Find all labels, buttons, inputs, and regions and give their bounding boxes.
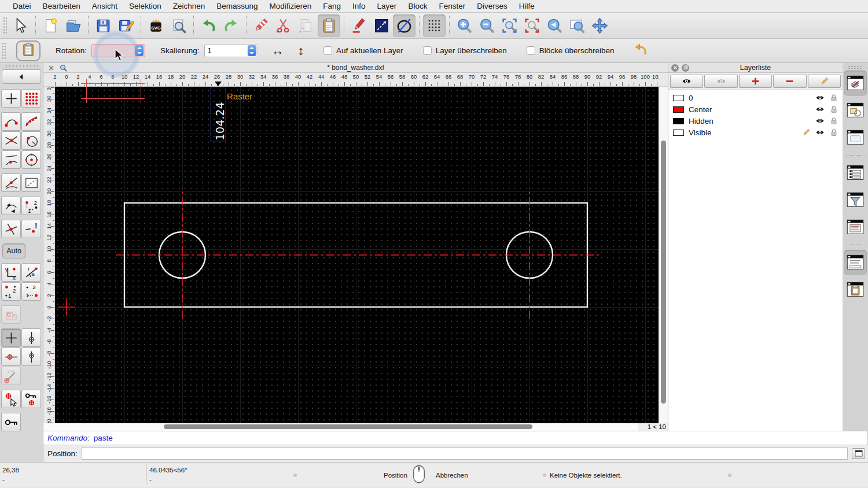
auto-snap-button[interactable]: Auto — [2, 243, 25, 258]
undo-button[interactable] — [197, 14, 220, 37]
menu-item-bemassung[interactable]: Bemassung — [211, 2, 263, 10]
overlay-gray-button[interactable] — [1, 305, 21, 324]
horizontal-scrollbar-thumb[interactable] — [164, 424, 532, 429]
checkbox-box[interactable] — [323, 46, 332, 55]
zoom-window-button[interactable] — [566, 14, 589, 37]
undock-panel-icon[interactable] — [682, 64, 689, 72]
close-panel-icon[interactable] — [671, 64, 679, 72]
snap-free-button[interactable] — [1, 89, 21, 108]
select-arrow-button[interactable] — [9, 14, 32, 37]
vertical-scrollbar[interactable] — [659, 87, 668, 423]
menu-item-layer[interactable]: Layer — [372, 2, 403, 10]
layer-color-swatch[interactable] — [673, 130, 684, 136]
cut-button[interactable]: + — [273, 14, 295, 37]
snap-reference-button[interactable] — [21, 173, 41, 192]
new-file-button[interactable] — [39, 14, 62, 37]
restrict-ortho-button[interactable]: 12 — [21, 197, 41, 215]
flip-vertical-button[interactable]: ↕ — [298, 45, 304, 57]
coord-polar-button[interactable]: ra — [21, 263, 41, 282]
layer-lock-icon[interactable] — [829, 116, 838, 125]
layer-color-swatch[interactable] — [673, 106, 684, 113]
snap-grid-button[interactable] — [21, 89, 41, 108]
line-tool-button[interactable] — [370, 14, 393, 37]
menu-item-hilfe[interactable]: Hilfe — [513, 2, 540, 10]
menu-item-diverses[interactable]: Diverses — [471, 2, 513, 10]
layer-lock-icon[interactable] — [829, 128, 838, 137]
menu-item-fang[interactable]: Fang — [317, 2, 347, 10]
layer-row-0[interactable]: 0 — [668, 92, 843, 103]
layer-lock-icon[interactable] — [829, 93, 838, 102]
angle-gauge-button[interactable] — [1, 367, 21, 385]
snap-center-button[interactable] — [21, 150, 41, 169]
menu-item-bearbeiten[interactable]: Bearbeiten — [37, 2, 86, 10]
layer-color-swatch[interactable] — [673, 118, 684, 124]
menu-item-ansicht[interactable]: Ansicht — [86, 2, 123, 10]
crosshair-h-button[interactable] — [1, 347, 21, 366]
layer-visibility-icon[interactable] — [815, 105, 825, 114]
scale-stepper[interactable] — [248, 45, 256, 56]
paste-button[interactable] — [318, 14, 340, 37]
scale-input[interactable] — [208, 46, 242, 55]
print-preview-button[interactable] — [167, 14, 190, 37]
snap-middle-button[interactable] — [1, 173, 21, 192]
crosshair-dot-button[interactable] — [21, 347, 41, 366]
circle-tool-button[interactable] — [393, 14, 415, 37]
menu-item-selektion[interactable]: Selektion — [123, 2, 167, 10]
dock-library-button[interactable] — [844, 125, 867, 150]
intersection-manual-button[interactable]: ! — [21, 220, 41, 238]
delete-entities-button[interactable] — [250, 14, 273, 37]
zoom-auto-button[interactable] — [498, 14, 521, 37]
coord-cartesian-button[interactable]: yx — [1, 263, 21, 282]
intersection-x-button[interactable] — [1, 220, 21, 238]
hide-all-layers-button[interactable] — [704, 75, 737, 88]
restrict-free-button[interactable] — [1, 197, 21, 215]
menu-item-fenster[interactable]: Fenster — [433, 2, 471, 10]
snap-nearest-button[interactable] — [1, 150, 21, 169]
reset-action-button[interactable] — [631, 41, 650, 61]
pick-point-cursor-button[interactable] — [1, 390, 21, 408]
dock-clipboard-button[interactable] — [844, 277, 867, 302]
checkbox-auf-aktuellen-layer[interactable]: Auf aktuellen Layer — [323, 46, 403, 55]
layer-color-swatch[interactable] — [673, 95, 684, 101]
draw-pen-button[interactable] — [348, 14, 370, 37]
layer-visibility-icon[interactable] — [815, 116, 825, 125]
menu-item-block[interactable]: Block — [402, 2, 433, 10]
washer-hole[interactable] — [506, 232, 553, 278]
crosshair-v-button[interactable] — [21, 328, 41, 347]
redo-button[interactable] — [220, 14, 242, 37]
menu-item-info[interactable]: Info — [347, 2, 372, 10]
rotated-dimension-label[interactable]: 104.24 — [214, 102, 226, 141]
zoom-out-button[interactable] — [476, 14, 498, 37]
show-all-layers-button[interactable] — [670, 75, 703, 88]
scale-field[interactable] — [204, 44, 258, 57]
copy-button[interactable]: + — [295, 14, 318, 37]
menu-item-datei[interactable]: Datei — [7, 2, 37, 10]
paste-mode-frame[interactable] — [16, 40, 41, 61]
checkbox-box[interactable] — [527, 46, 535, 55]
dock-filter-button[interactable] — [844, 187, 867, 213]
layer-row-center[interactable]: Center — [668, 103, 843, 115]
points-ref-a-button[interactable]: 12 — [1, 282, 21, 301]
checkbox-layer-berschreiben[interactable]: Layer überschreiben — [423, 46, 507, 55]
snap-intersection-button[interactable] — [1, 131, 21, 150]
rel-zero-key-button[interactable] — [1, 413, 21, 431]
grid-toggle-button[interactable] — [423, 14, 446, 37]
lock-rel-zero-button[interactable] — [21, 390, 41, 408]
position-input[interactable] — [82, 448, 848, 460]
dock-layer-list-button[interactable] — [844, 71, 867, 96]
zoom-pan-button[interactable] — [589, 14, 611, 37]
dock-block-list-button[interactable] — [844, 98, 867, 123]
remove-layer-button[interactable] — [773, 75, 806, 88]
svg-export-button[interactable]: SVG — [145, 14, 167, 37]
snap-on-entity-button[interactable] — [21, 112, 41, 131]
open-file-button[interactable] — [62, 14, 84, 37]
horizontal-scrollbar[interactable] — [43, 423, 638, 431]
crosshair-plus-button[interactable] — [1, 328, 21, 347]
modify-layer-button[interactable] — [808, 75, 841, 88]
drawing-canvas[interactable]: 104.24Raster — [55, 87, 659, 423]
layer-visibility-icon[interactable] — [815, 93, 825, 102]
dock-console-button[interactable] — [844, 215, 867, 240]
snap-endpoints-button[interactable] — [1, 112, 21, 131]
dock-entity-list-button[interactable] — [844, 160, 867, 186]
layer-lock-icon[interactable] — [829, 105, 838, 114]
